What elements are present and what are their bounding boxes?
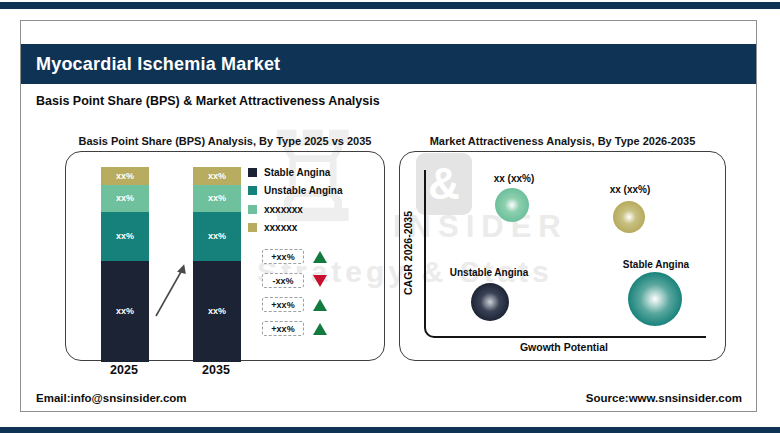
change-value-box: -xx% xyxy=(262,273,304,288)
legend-swatch-navy xyxy=(248,168,257,177)
legend-item-unstable-angina: Unstable Angina xyxy=(248,185,343,197)
bubble-label-olive: xx (xx%) xyxy=(590,184,670,195)
segment-value: xx% xyxy=(116,193,134,203)
segment-value: xx% xyxy=(116,306,134,316)
segment-value: xx% xyxy=(116,231,134,241)
legend-label: Unstable Angina xyxy=(264,185,343,196)
change-row: -xx% xyxy=(262,273,327,288)
legend-swatch-green xyxy=(248,205,257,214)
attractiveness-chart-panel: CAGR 2026-2035 Gwowth Potential xx (xx%)… xyxy=(399,151,726,361)
footer-email: Email:info@snsinsider.com xyxy=(36,392,187,404)
bps-legend: Stable Angina Unstable Angina xxxxxxx xx… xyxy=(248,166,343,234)
legend-label: xxxxxxx xyxy=(264,204,303,215)
legend-label: xxxxxx xyxy=(264,222,297,233)
bubble-stable-angina xyxy=(628,272,682,326)
legend-label: Stable Angina xyxy=(264,167,330,178)
bubble-label-green: xx (xx%) xyxy=(474,173,554,184)
bubble-green xyxy=(495,188,529,222)
bar-segment-olive: xx% xyxy=(193,167,241,185)
legend-item-placeholder-2: xxxxxx xyxy=(248,222,343,234)
bps-chart-title: Basis Point Share (BPS) Analysis, By Typ… xyxy=(65,135,385,147)
stacked-bar-2035: xx% xx% xx% xx% xyxy=(193,167,241,362)
change-value-box: +xx% xyxy=(262,249,304,264)
title-banner: Myocardial Ischemia Market xyxy=(21,44,756,84)
footer-source: Source:www.snsinsider.com xyxy=(586,392,742,404)
bar-segment-navy: xx% xyxy=(193,261,241,362)
segment-value: xx% xyxy=(116,171,134,181)
triangle-up-icon xyxy=(313,251,327,263)
top-accent-bar xyxy=(0,2,780,9)
page-subtitle: Basis Point Share (BPS) & Market Attract… xyxy=(36,94,380,108)
legend-item-placeholder-1: xxxxxxx xyxy=(248,203,343,215)
x-tick-2035: 2035 xyxy=(186,363,246,377)
attractiveness-chart-title: Market Attractiveness Analysis, By Type … xyxy=(399,135,726,147)
legend-swatch-olive xyxy=(248,223,257,232)
bubble-label-stable-angina: Stable Angina xyxy=(606,259,706,270)
change-value-box: +xx% xyxy=(262,297,304,312)
legend-swatch-teal xyxy=(248,186,257,195)
bar-segment-teal: xx% xyxy=(193,212,241,261)
bar-segment-navy: xx% xyxy=(101,261,149,362)
segment-value: xx% xyxy=(208,171,226,181)
triangle-up-icon xyxy=(313,323,327,335)
bar-segment-teal: xx% xyxy=(101,212,149,261)
change-row: +xx% xyxy=(262,249,327,264)
infographic-card: ♖ & INSIDER Strategy & Stats Myocardial … xyxy=(20,20,757,412)
bar-segment-green: xx% xyxy=(193,185,241,212)
change-value-box: +xx% xyxy=(262,321,304,336)
bar-segment-olive: xx% xyxy=(101,167,149,185)
bubble-unstable-angina xyxy=(471,283,509,321)
segment-value: xx% xyxy=(208,231,226,241)
x-tick-2025: 2025 xyxy=(94,363,154,377)
legend-item-stable-angina: Stable Angina xyxy=(248,166,343,178)
segment-value: xx% xyxy=(208,193,226,203)
triangle-up-icon xyxy=(313,299,327,311)
triangle-down-icon xyxy=(313,275,327,287)
bubble-olive xyxy=(613,201,645,233)
bubble-label-unstable-angina: Unstable Angina xyxy=(434,267,544,278)
bps-chart-panel: xx% xx% xx% xx% xx% xx% xx% xx% Stable A… xyxy=(65,151,385,361)
segment-value: xx% xyxy=(208,306,226,316)
bottom-accent-bar xyxy=(0,427,780,433)
page-title: Myocardial Ischemia Market xyxy=(21,44,756,84)
x-axis-label: Gwowth Potential xyxy=(424,341,704,353)
growth-arrow-icon xyxy=(150,258,192,322)
bps-change-indicators: +xx% -xx% +xx% +xx% xyxy=(262,249,327,336)
y-axis-label: CAGR 2026-2035 xyxy=(402,193,414,313)
change-row: +xx% xyxy=(262,321,327,336)
change-row: +xx% xyxy=(262,297,327,312)
stacked-bar-2025: xx% xx% xx% xx% xyxy=(101,167,149,362)
bar-segment-green: xx% xyxy=(101,185,149,212)
